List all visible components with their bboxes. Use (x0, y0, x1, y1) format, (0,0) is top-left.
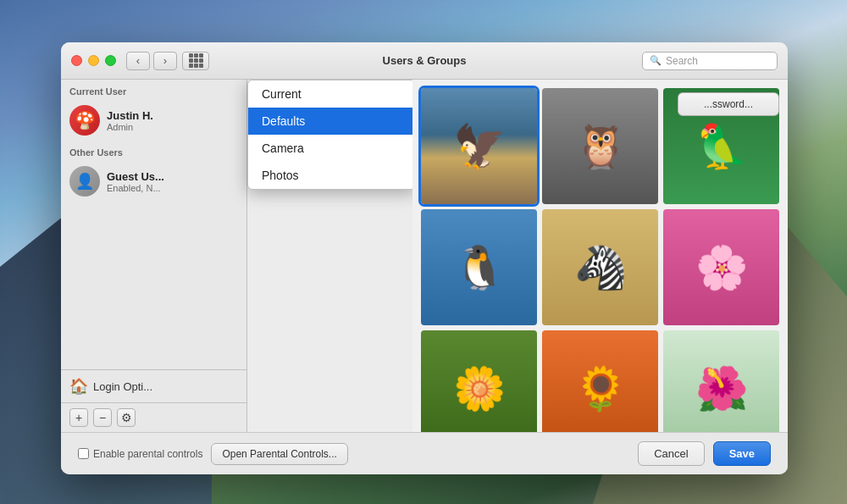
other-users-label: Other Users (61, 141, 246, 161)
maximize-button[interactable] (105, 55, 116, 66)
dialog-buttons: Cancel Save (638, 441, 771, 466)
image-dandelion[interactable] (421, 330, 537, 432)
traffic-lights (71, 55, 116, 66)
search-box[interactable]: 🔍 Search (642, 52, 778, 70)
add-user-button[interactable]: + (69, 408, 88, 427)
remove-user-button[interactable]: − (93, 408, 112, 427)
avatar-emoji-justin: 🍄 (75, 110, 96, 130)
main-bottom-bar: Enable parental controls Open Parental C… (61, 432, 788, 474)
settings-button[interactable]: ⚙ (117, 408, 136, 427)
login-options-item[interactable]: 🏠 Login Opti... (61, 369, 246, 402)
close-button[interactable] (71, 55, 82, 66)
grid-view-button[interactable] (182, 52, 209, 70)
user-info-justin: Justin H. Admin (107, 109, 153, 132)
user-item-guest[interactable]: 👤 Guest Us... Enabled, N... (61, 161, 246, 202)
forward-button[interactable]: › (153, 52, 177, 70)
user-name-justin: Justin H. (107, 109, 153, 122)
user-info-guest: Guest Us... Enabled, N... (107, 170, 164, 193)
main-content: Current Defaults Camera Photos (247, 80, 788, 432)
window-body: Current User 🍄 Justin H. Admin Other Use… (61, 80, 788, 432)
search-placeholder: Search (666, 55, 698, 67)
titlebar: ‹ › Users & Groups 🔍 Search (61, 42, 788, 80)
image-sunflower-orange[interactable] (542, 330, 658, 432)
home-icon: 🏠 (69, 377, 88, 396)
window-title: Users & Groups (383, 54, 467, 67)
image-penguin[interactable] (421, 209, 537, 325)
users-groups-window: ‹ › Users & Groups 🔍 Search Current User… (61, 42, 788, 474)
sidebar-bottom-bar: + − ⚙ (61, 402, 246, 432)
right-panel: ...ssword... (669, 80, 788, 432)
user-role-justin: Admin (107, 122, 153, 132)
cancel-button[interactable]: Cancel (638, 441, 704, 466)
nav-buttons: ‹ › (126, 52, 177, 70)
back-button[interactable]: ‹ (126, 52, 150, 70)
grid-icon (189, 53, 203, 68)
save-button[interactable]: Save (713, 441, 771, 466)
parental-section: Enable parental controls Open Parental C… (78, 443, 348, 465)
sidebar-spacer (61, 202, 246, 369)
dropdown-menu[interactable]: Current Defaults Camera Photos (247, 80, 417, 190)
image-zebra[interactable] (542, 209, 658, 325)
avatar-guest: 👤 (69, 166, 100, 197)
sidebar: Current User 🍄 Justin H. Admin Other Use… (61, 80, 247, 432)
open-parental-controls-button[interactable]: Open Parental Controls... (211, 443, 347, 465)
avatar-justin: 🍄 (69, 105, 100, 136)
dropdown-item-camera[interactable]: Camera (248, 135, 416, 162)
password-button[interactable]: ...ssword... (678, 92, 779, 116)
dropdown-item-current[interactable]: Current (248, 80, 416, 108)
dropdown-item-photos[interactable]: Photos (248, 162, 416, 189)
parental-controls-text: Enable parental controls (93, 448, 202, 460)
image-owl[interactable] (542, 88, 658, 204)
minimize-button[interactable] (88, 55, 99, 66)
user-name-guest: Guest Us... (107, 170, 164, 183)
user-item-justin[interactable]: 🍄 Justin H. Admin (61, 100, 246, 141)
login-options-label: Login Opti... (93, 380, 152, 393)
image-eagle[interactable] (421, 88, 537, 204)
parental-controls-checkbox-label[interactable]: Enable parental controls (78, 448, 202, 460)
user-role-guest: Enabled, N... (107, 183, 164, 193)
parental-controls-checkbox[interactable] (78, 448, 89, 459)
dropdown-item-defaults[interactable]: Defaults (248, 108, 416, 135)
current-user-label: Current User (61, 80, 246, 100)
search-icon: 🔍 (650, 55, 662, 66)
avatar-emoji-guest: 👤 (75, 172, 94, 191)
